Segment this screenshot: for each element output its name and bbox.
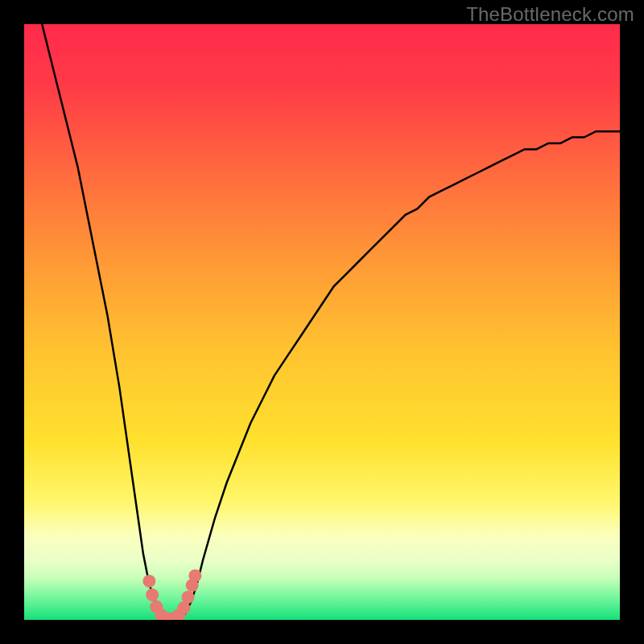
plot-frame <box>24 24 620 620</box>
curve-path <box>42 24 620 620</box>
watermark-text: TheBottleneck.com <box>466 3 634 26</box>
curve-markers <box>142 569 201 620</box>
curve-marker <box>182 591 195 604</box>
curve-marker <box>188 569 201 582</box>
curve-marker <box>146 588 159 601</box>
curve-marker <box>142 575 155 588</box>
bottleneck-curve <box>24 24 620 620</box>
